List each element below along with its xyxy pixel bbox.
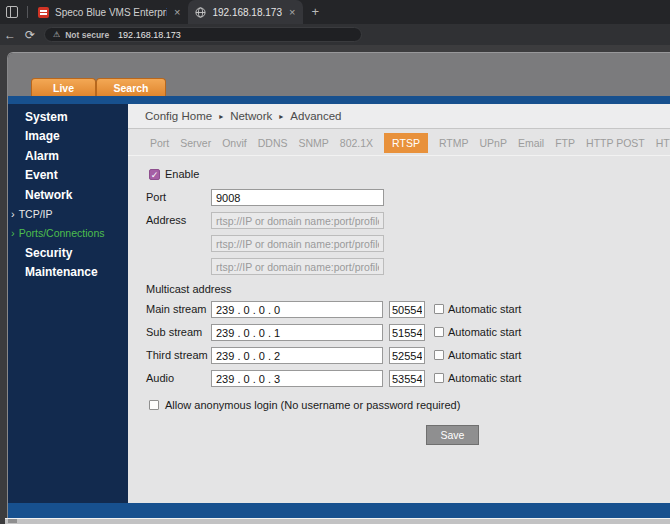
main-stream-autostart-checkbox[interactable] [434, 304, 444, 314]
audio-label: Audio [146, 370, 174, 387]
breadcrumb: Config Home ▸ Network ▸ Advanced [128, 104, 670, 129]
tab-ddns[interactable]: DDNS [258, 137, 288, 149]
tab-server[interactable]: Server [180, 137, 211, 149]
new-tab-button[interactable]: + [303, 0, 327, 24]
sidebar-subitem-ports-connections[interactable]: ›Ports/Connections [8, 224, 128, 243]
config-sidebar: System Image Alarm Event Network ›TCP/IP… [8, 104, 128, 503]
sidebar-item-network[interactable]: Network [8, 186, 128, 205]
tab-overview-icon [6, 6, 18, 18]
breadcrumb-network[interactable]: Network [230, 110, 272, 122]
third-stream-label: Third stream [146, 347, 208, 364]
sidebar-item-maintenance[interactable]: Maintenance [8, 263, 128, 282]
browser-tab-title: Speco Blue VMS Enterprise Client [55, 7, 167, 18]
rtsp-port-input[interactable] [211, 189, 384, 206]
page-background: Live Search System Image Alarm Event Net… [0, 45, 670, 524]
chevron-right-icon: › [11, 227, 15, 239]
live-tab-button[interactable]: Live [31, 78, 96, 96]
scrollbar-thumb[interactable] [8, 519, 17, 523]
browser-tab-camera[interactable]: 192.168.18.173 × [188, 0, 303, 24]
not-secure-label[interactable]: Not secure [65, 30, 109, 40]
app-header: Live Search [8, 53, 670, 96]
save-button[interactable]: Save [426, 425, 479, 445]
config-content: Config Home ▸ Network ▸ Advanced Port Se… [128, 104, 670, 503]
autostart-label: Automatic start [448, 301, 521, 318]
close-tab-icon[interactable]: × [173, 7, 181, 18]
address-bar[interactable]: ⚠ Not secure 192.168.18.173 [44, 27, 362, 42]
main-stream-ip-input[interactable] [211, 301, 383, 318]
tab-http-post[interactable]: HTTP POST [586, 137, 645, 149]
autostart-label: Automatic start [448, 347, 521, 364]
browser-toolbar: ← ⟳ ⚠ Not secure 192.168.18.173 [0, 24, 670, 46]
warning-icon: ⚠ [53, 31, 60, 39]
search-tab-button[interactable]: Search [96, 78, 166, 96]
breadcrumb-home[interactable]: Config Home [145, 110, 212, 122]
enable-label: Enable [165, 166, 199, 183]
audio-port-input[interactable] [389, 370, 425, 387]
browser-tab-speco-client[interactable]: Speco Blue VMS Enterprise Client × [31, 0, 188, 24]
port-label: Port [146, 189, 166, 206]
rtsp-address-input-3[interactable] [211, 258, 384, 275]
address-label: Address [146, 212, 186, 229]
anonymous-login-label: Allow anonymous login (No username or pa… [165, 397, 460, 414]
sidebar-subitem-label: TCP/IP [19, 208, 53, 220]
audio-ip-input[interactable] [211, 370, 383, 387]
tab-ftp[interactable]: FTP [555, 137, 575, 149]
sub-stream-label: Sub stream [146, 324, 202, 341]
sidebar-item-event[interactable]: Event [8, 166, 128, 185]
horizontal-scrollbar[interactable] [5, 518, 670, 524]
sidebar-subitem-tcpip[interactable]: ›TCP/IP [8, 205, 128, 224]
browser-window: Speco Blue VMS Enterprise Client × 192.1… [0, 0, 670, 524]
tab-actions-button[interactable] [0, 0, 24, 24]
enable-checkbox[interactable]: ✓ [149, 169, 160, 180]
multicast-section-title: Multicast address [146, 281, 232, 298]
sub-stream-autostart-checkbox[interactable] [434, 327, 444, 337]
url-text[interactable]: 192.168.18.173 [118, 30, 181, 40]
third-stream-ip-input[interactable] [211, 347, 383, 364]
audio-autostart-checkbox[interactable] [434, 373, 444, 383]
sidebar-item-system[interactable]: System [8, 108, 128, 127]
main-stream-label: Main stream [146, 301, 207, 318]
vms-app-panel: Live Search System Image Alarm Event Net… [7, 52, 670, 519]
tab-port[interactable]: Port [150, 137, 169, 149]
tab-snmp[interactable]: SNMP [298, 137, 328, 149]
main-stream-port-input[interactable] [389, 301, 425, 318]
header-accent-bar [8, 96, 670, 104]
chevron-right-icon: › [11, 208, 15, 220]
footer-accent-bar [8, 503, 670, 519]
tabbar-divider [27, 6, 28, 18]
tab-rtmp[interactable]: RTMP [439, 137, 469, 149]
tab-upnp[interactable]: UPnP [480, 137, 507, 149]
close-tab-icon[interactable]: × [288, 7, 296, 18]
sub-stream-ip-input[interactable] [211, 324, 383, 341]
sub-stream-port-input[interactable] [389, 324, 425, 341]
rtsp-address-input-2[interactable] [211, 235, 384, 252]
autostart-label: Automatic start [448, 370, 521, 387]
breadcrumb-advanced: Advanced [290, 110, 341, 122]
tab-email[interactable]: Email [518, 137, 544, 149]
sidebar-item-alarm[interactable]: Alarm [8, 147, 128, 166]
third-stream-autostart-checkbox[interactable] [434, 350, 444, 360]
anonymous-login-checkbox[interactable] [149, 400, 159, 410]
browser-tab-strip: Speco Blue VMS Enterprise Client × 192.1… [0, 0, 670, 25]
network-tab-bar: Port Server Onvif DDNS SNMP 802.1X RTSP … [128, 131, 670, 156]
breadcrumb-arrow-icon: ▸ [219, 112, 223, 121]
browser-tab-title: 192.168.18.173 [212, 7, 282, 18]
third-stream-port-input[interactable] [389, 347, 425, 364]
autostart-label: Automatic start [448, 324, 521, 341]
tab-8021x[interactable]: 802.1X [340, 137, 373, 149]
sidebar-item-image[interactable]: Image [8, 127, 128, 146]
globe-favicon-icon [195, 7, 206, 18]
tab-https[interactable]: HTTPS [656, 137, 670, 149]
tab-onvif[interactable]: Onvif [222, 137, 247, 149]
sidebar-subitem-label: Ports/Connections [19, 227, 105, 239]
reload-icon[interactable]: ⟳ [20, 28, 40, 42]
rtsp-address-input-1[interactable] [211, 212, 384, 229]
back-icon[interactable]: ← [0, 28, 20, 42]
breadcrumb-arrow-icon: ▸ [279, 112, 283, 121]
sidebar-item-security[interactable]: Security [8, 244, 128, 263]
speco-favicon-icon [38, 7, 49, 18]
tab-rtsp[interactable]: RTSP [384, 133, 428, 153]
